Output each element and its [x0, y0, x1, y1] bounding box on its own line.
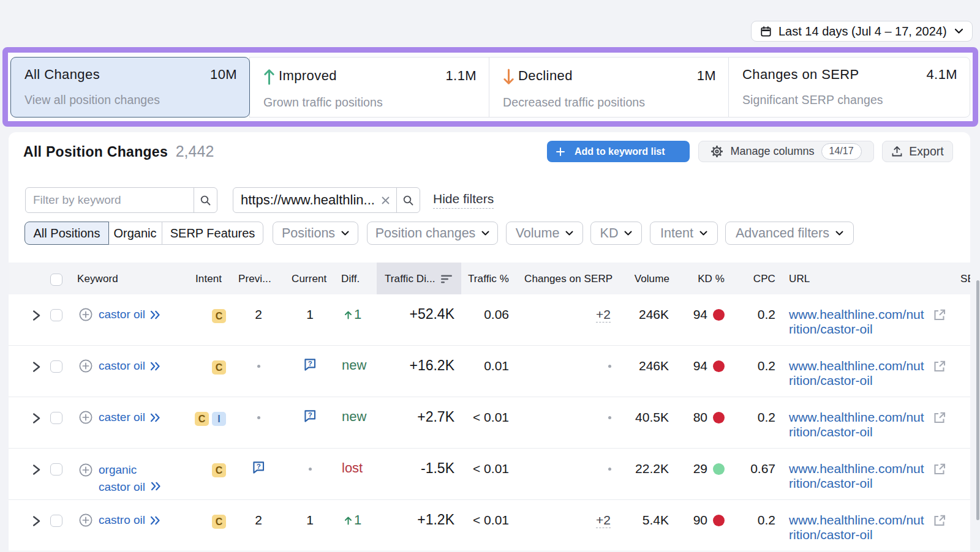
svg-text:?: ?: [308, 411, 312, 419]
svg-text:?: ?: [308, 360, 312, 367]
svg-text:?: ?: [257, 463, 261, 470]
